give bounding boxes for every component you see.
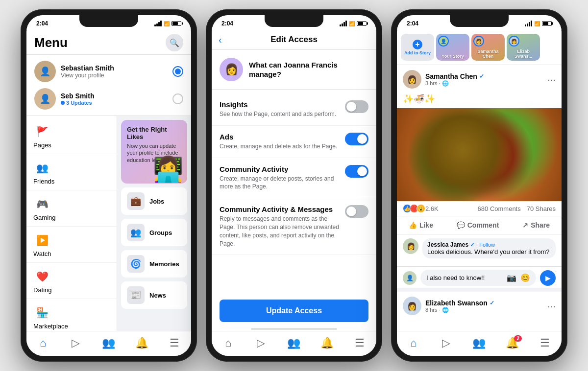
home-icon-1: ⌂ — [40, 337, 46, 349]
toggle-community[interactable] — [345, 165, 368, 178]
bottom-nav-2: ⌂ ▷ 👥 🔔 ☰ — [212, 331, 376, 356]
nav-bell-1[interactable]: 🔔 — [132, 335, 151, 351]
verified-badge-samantha: ✓ — [479, 73, 484, 80]
verified-jessica: ✓ — [470, 241, 475, 248]
search-button[interactable]: 🔍 — [166, 34, 183, 51]
gaming-icon: 🎮 — [33, 195, 51, 213]
side-card-jobs[interactable]: 💼 Jobs — [121, 187, 187, 215]
comment-username-jessica: Jessica James ✓ · Follow — [427, 241, 551, 248]
nav-bell-2[interactable]: 🔔 — [317, 335, 337, 351]
side-card-memories[interactable]: 🌀 Memories — [121, 250, 187, 278]
elizabeth-story-avatar: 👩 — [509, 36, 519, 46]
post-meta-samantha: 3 hrs · 🌐 — [425, 80, 543, 87]
toggle-thumb-insights — [346, 102, 356, 112]
dating-label: Dating — [33, 286, 52, 294]
profile-info-1: Sebastian Smith View your profile — [61, 64, 168, 79]
update-access-button[interactable]: Update Access — [220, 300, 368, 322]
menu-item-marketplace[interactable]: 🏪 Marketplace — [26, 299, 117, 331]
marketplace-label: Marketplace — [33, 323, 68, 330]
post-header-samantha: 👩 Samantha Chen ✓ 3 hrs · 🌐 ··· — [397, 65, 562, 92]
promo-figure: 👩‍💻 — [153, 155, 183, 184]
bell-icon-1: 🔔 — [135, 337, 148, 349]
menu-left-panel: 🚩 Pages 👥 Friends 🎮 Gaming ▶️ Watch — [26, 116, 117, 331]
post-avatar-samantha: 👩 — [403, 70, 421, 89]
nav-menu-3[interactable]: ☰ — [535, 335, 555, 351]
time-3: 2:04 — [407, 20, 418, 27]
permission-list: Insights See how the Page, content and a… — [212, 90, 376, 294]
menu-item-pages[interactable]: 🚩 Pages — [26, 118, 117, 154]
phone-3: 2:04 📶 + Ad — [391, 9, 567, 362]
nav-home-1[interactable]: ⌂ — [33, 335, 53, 351]
profile-section: 👤 Sebastian Smith View your profile 👤 Se… — [26, 55, 191, 116]
comment-bubble-jessica: Jessica James ✓ · Follow Looks delicious… — [422, 238, 556, 258]
like-button[interactable]: 👍 Like — [403, 218, 439, 232]
next-post-header-elizabeth: 👩 Elizabeth Swanson ✓ 8 hrs · 🌐 ··· — [397, 292, 562, 317]
watch-label: Watch — [33, 250, 51, 257]
comment-section: 👩 Jessica James ✓ · Follow Looks delicio… — [397, 234, 562, 266]
nav-bell-3[interactable]: 🔔 2 — [502, 335, 522, 351]
phone-1: 2:04 📶 Menu 🔍 — [21, 9, 197, 362]
nav-menu-1[interactable]: ☰ — [165, 335, 184, 351]
promo-title: Get the Right Likes — [127, 126, 181, 140]
radio-selected-1[interactable] — [172, 66, 183, 77]
wifi-icon-3: 📶 — [534, 21, 540, 26]
toggle-messages[interactable] — [345, 205, 368, 218]
nav-menu-2[interactable]: ☰ — [350, 335, 369, 351]
side-card-groups[interactable]: 👥 Groups — [121, 219, 187, 246]
radio-empty-2[interactable] — [172, 93, 183, 104]
nav-people-2[interactable]: 👥 — [284, 335, 304, 351]
reactions-count: 2.6K — [425, 205, 439, 212]
post-image-food — [397, 108, 562, 201]
phone-3-screen: 2:04 📶 + Ad — [397, 15, 562, 356]
send-button[interactable]: ▶ — [540, 270, 556, 286]
verified-elizabeth: ✓ — [490, 300, 494, 306]
user-question-section: 👩 What can Joanna Francis manage? — [212, 50, 376, 90]
story-your-story[interactable]: 👤 Your Story — [436, 34, 469, 61]
nav-people-3[interactable]: 👥 — [469, 335, 489, 351]
menu-item-friends[interactable]: 👥 Friends — [26, 154, 117, 190]
story-elizabeth[interactable]: 👩 Elizab Swans... — [507, 34, 540, 61]
signal-icon-3 — [525, 21, 532, 26]
wow-emoji: 😮 — [416, 204, 425, 213]
samantha-story-label: Samantha Chen — [473, 49, 503, 59]
reactions-right: 680 Comments 70 Shares — [478, 205, 556, 212]
menu-item-watch[interactable]: ▶️ Watch — [26, 227, 117, 263]
back-button[interactable]: ‹ — [219, 34, 222, 46]
status-icons-2: 📶 — [340, 21, 367, 26]
profile-item-1[interactable]: 👤 Sebastian Smith View your profile — [32, 58, 185, 85]
menu-item-dating[interactable]: ❤️ Dating — [26, 263, 117, 299]
menu-item-gaming[interactable]: 🎮 Gaming — [26, 190, 117, 227]
promo-card[interactable]: Get the Right Likes Now you can update y… — [121, 120, 187, 184]
emoji-icon[interactable]: 😊 — [520, 273, 530, 282]
follow-link[interactable]: · Follow — [476, 242, 495, 248]
menu-icon-1: ☰ — [170, 337, 179, 349]
ads-name: Ads — [220, 133, 339, 141]
more-options-button[interactable]: ··· — [547, 74, 556, 85]
comment-input-box[interactable]: I also need to know!! 📷 😊 — [420, 270, 536, 286]
community-desc: Create, manage or delete posts, stories … — [220, 175, 339, 191]
profile-item-2[interactable]: 👤 Seb Smith 3 Updates — [32, 85, 185, 113]
camera-icon[interactable]: 📷 — [507, 273, 516, 282]
memories-label: Memories — [149, 260, 179, 268]
input-avatar: 👤 — [403, 271, 416, 285]
signal-icon-1 — [154, 21, 162, 26]
post-meta-elizabeth: 8 hrs · 🌐 — [425, 307, 543, 313]
comment-text-jessica: Looks delicious. Where'd you order it fr… — [427, 248, 551, 255]
nav-video-3[interactable]: ▷ — [437, 335, 456, 351]
permission-info-messages: Community Activity & Messages Reply to m… — [220, 205, 339, 248]
nav-video-1[interactable]: ▷ — [66, 335, 86, 351]
toggle-ads[interactable] — [345, 133, 368, 145]
nav-video-2[interactable]: ▷ — [251, 335, 271, 351]
comment-button[interactable]: 💬 Comment — [451, 218, 505, 232]
nav-home-2[interactable]: ⌂ — [219, 335, 238, 351]
share-button[interactable]: ↗ Share — [516, 218, 556, 232]
story-samantha[interactable]: 👩 Samantha Chen — [471, 34, 505, 61]
nav-people-1[interactable]: 👥 — [99, 335, 119, 351]
toggle-insights[interactable] — [345, 100, 368, 113]
more-options-button-2[interactable]: ··· — [547, 301, 556, 312]
nav-home-3[interactable]: ⌂ — [404, 335, 423, 351]
menu-right-panel: Get the Right Likes Now you can update y… — [117, 116, 191, 331]
messages-desc: Reply to messages and comments as the Pa… — [220, 215, 339, 248]
side-card-news[interactable]: 📰 News — [121, 281, 187, 309]
story-add[interactable]: + Add to Story — [401, 34, 434, 61]
